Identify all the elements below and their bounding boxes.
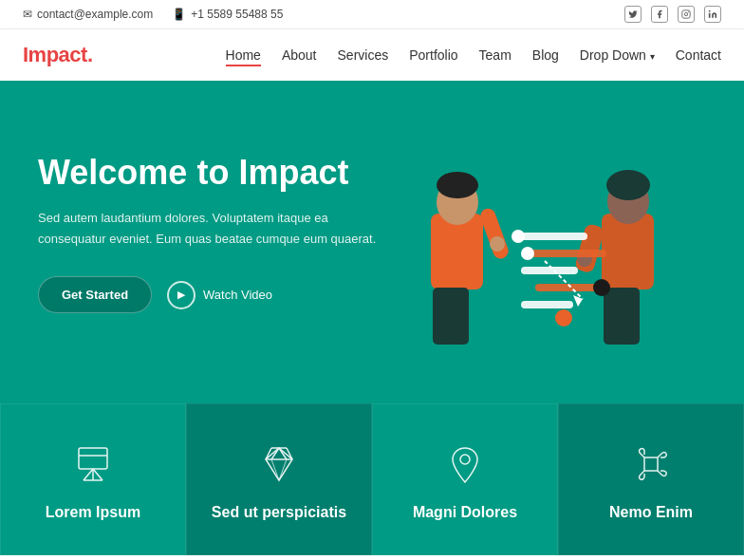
easel-icon xyxy=(71,442,115,490)
svg-point-13 xyxy=(606,170,650,200)
watch-video-label: Watch Video xyxy=(203,288,272,302)
nav-item-contact[interactable]: Contact xyxy=(676,47,721,64)
service-title-3: Magni Dolores xyxy=(413,503,517,523)
email-info: ✉ contact@example.com xyxy=(23,8,153,21)
logo[interactable]: Impact. xyxy=(23,43,93,67)
svg-point-6 xyxy=(437,172,478,198)
email-text: contact@example.com xyxy=(37,8,153,21)
location-icon xyxy=(443,442,487,490)
watch-video-button[interactable]: ▶ Watch Video xyxy=(167,281,272,309)
topbar: ✉ contact@example.com 📱 +1 5589 55488 55 xyxy=(0,0,744,29)
svg-point-44 xyxy=(460,455,470,464)
nav-item-portfolio[interactable]: Portfolio xyxy=(409,47,457,64)
diamond-icon xyxy=(257,442,301,490)
twitter-icon[interactable] xyxy=(624,6,642,23)
service-card-1[interactable]: Lorem Ipsum xyxy=(0,403,186,555)
hero-section: Welcome to Impact Sed autem laudantium d… xyxy=(0,81,744,403)
nav-menu: Home About Services Portfolio Team Blog … xyxy=(226,47,721,64)
nav-link-about[interactable]: About xyxy=(282,47,317,63)
nav-item-dropdown[interactable]: Drop Down ▾ xyxy=(580,47,655,64)
logo-dot: . xyxy=(87,43,93,66)
hero-buttons: Get Started ▶ Watch Video xyxy=(38,276,399,313)
instagram-icon[interactable] xyxy=(678,6,695,23)
nav-link-home[interactable]: Home xyxy=(226,47,261,66)
nav-item-team[interactable]: Team xyxy=(479,47,512,64)
svg-rect-18 xyxy=(521,233,587,240)
svg-line-32 xyxy=(84,469,93,480)
phone-icon: 📱 xyxy=(172,8,186,21)
svg-point-23 xyxy=(512,230,525,243)
logo-text: Impact xyxy=(23,43,87,66)
service-card-2[interactable]: Sed ut perspiciatis xyxy=(186,403,372,555)
svg-point-24 xyxy=(521,247,534,260)
nav-link-blog[interactable]: Blog xyxy=(532,47,559,63)
email-icon: ✉ xyxy=(23,8,32,21)
services-section: Lorem Ipsum Sed ut perspiciatis xyxy=(0,403,744,555)
svg-point-1 xyxy=(684,12,687,15)
svg-rect-0 xyxy=(682,10,690,18)
svg-rect-4 xyxy=(431,214,483,289)
svg-point-10 xyxy=(490,236,505,252)
nav-item-home[interactable]: Home xyxy=(226,47,261,64)
svg-point-25 xyxy=(593,279,610,296)
facebook-icon[interactable] xyxy=(651,6,668,23)
service-title-2: Sed ut perspiciatis xyxy=(212,503,346,523)
svg-rect-22 xyxy=(521,301,573,308)
get-started-button[interactable]: Get Started xyxy=(38,276,152,313)
play-icon: ▶ xyxy=(167,281,195,309)
svg-rect-16 xyxy=(574,223,604,273)
service-card-3[interactable]: Magni Dolores xyxy=(372,403,558,555)
command-icon xyxy=(629,442,673,490)
nav-link-portfolio[interactable]: Portfolio xyxy=(409,47,457,63)
nav-item-services[interactable]: Services xyxy=(338,47,389,64)
linkedin-icon[interactable] xyxy=(704,6,721,23)
hero-illustration xyxy=(374,109,716,375)
hero-title: Welcome to Impact xyxy=(38,152,399,193)
service-title-1: Lorem Ipsum xyxy=(46,503,140,523)
nav-link-team[interactable]: Team xyxy=(479,47,512,63)
svg-rect-15 xyxy=(618,288,640,345)
dropdown-arrow-icon: ▾ xyxy=(650,51,655,62)
topbar-contact: ✉ contact@example.com 📱 +1 5589 55488 55 xyxy=(23,8,283,21)
service-card-4[interactable]: Nemo Enim xyxy=(558,403,744,555)
nav-link-dropdown[interactable]: Drop Down ▾ xyxy=(580,47,655,63)
nav-link-services[interactable]: Services xyxy=(338,47,389,63)
svg-rect-20 xyxy=(521,267,578,274)
nav-item-blog[interactable]: Blog xyxy=(532,47,559,64)
social-links xyxy=(624,6,721,23)
nav-item-about[interactable]: About xyxy=(282,47,317,64)
svg-point-26 xyxy=(555,309,572,327)
phone-text: +1 5589 55488 55 xyxy=(191,8,283,21)
svg-rect-8 xyxy=(447,288,469,345)
svg-rect-11 xyxy=(602,214,654,289)
hero-description: Sed autem laudantium dolores. Voluptatem… xyxy=(38,208,399,250)
service-title-4: Nemo Enim xyxy=(609,503,693,523)
svg-rect-9 xyxy=(478,207,511,261)
navbar: Impact. Home About Services Portfolio Te… xyxy=(0,29,744,81)
svg-rect-19 xyxy=(530,250,606,257)
svg-marker-28 xyxy=(573,295,583,307)
svg-line-33 xyxy=(93,469,102,480)
svg-rect-29 xyxy=(79,448,107,469)
hero-content: Welcome to Impact Sed autem laudantium d… xyxy=(38,152,399,313)
nav-link-contact[interactable]: Contact xyxy=(676,47,721,63)
phone-info: 📱 +1 5589 55488 55 xyxy=(172,8,283,21)
svg-point-3 xyxy=(709,10,711,12)
